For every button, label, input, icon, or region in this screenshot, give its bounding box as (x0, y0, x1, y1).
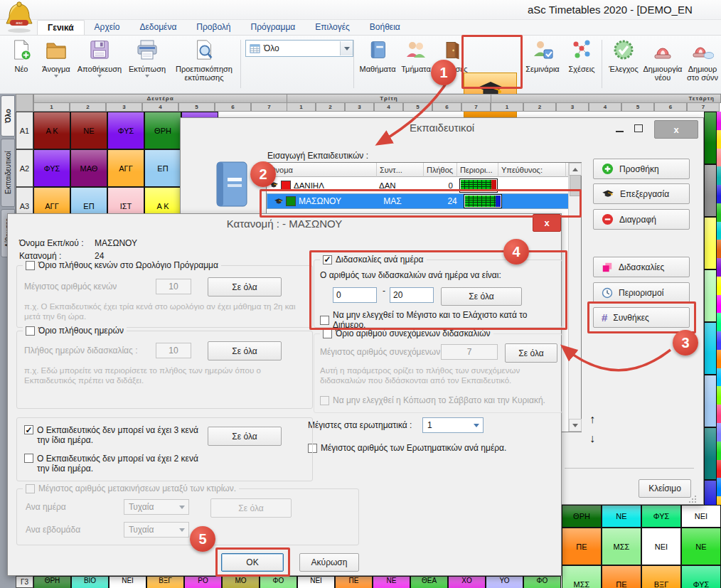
lesson-cell[interactable] (704, 322, 717, 375)
lesson-cell[interactable]: ΝΕΙ (109, 576, 146, 588)
generate-new-button[interactable]: Δημιουργία νέου (643, 38, 683, 82)
lesson-cell[interactable] (704, 217, 717, 269)
lesson-cell[interactable] (704, 164, 717, 217)
consecutive-limit-checkbox[interactable] (323, 329, 332, 338)
lesson-cell[interactable]: ΝΕ (70, 112, 107, 149)
lesson-cell[interactable]: ΜΑΘ (70, 149, 107, 187)
gaps-apply-all-button[interactable]: Σε όλα (208, 277, 282, 296)
resize-grip[interactable] (688, 493, 697, 506)
per-day-max-input[interactable] (390, 287, 434, 303)
lesson-cell[interactable]: ΦΟ (260, 576, 297, 588)
column-header-short[interactable]: Συντ... (377, 163, 424, 177)
lesson-cell[interactable]: ΧΟ (448, 576, 486, 588)
print-dropdown-icon[interactable] (145, 75, 149, 77)
delete-button[interactable]: Διαγραφή (593, 209, 690, 230)
lesson-cell[interactable]: ΝΕ (602, 505, 641, 528)
lesson-cell[interactable]: Α Κ (33, 112, 70, 149)
days-limit-checkbox[interactable] (26, 326, 35, 336)
lesson-cell[interactable]: ΝΕΙ (641, 528, 681, 565)
lessons-button[interactable]: Διδασκαλίες (593, 257, 690, 277)
days-apply-all-button[interactable]: Σε όλα (208, 341, 282, 360)
menu-tab-schedule[interactable]: Πρόγραμμα (241, 20, 306, 35)
column-header-restrictions[interactable]: Περιορι... (457, 163, 498, 177)
generate-cloud-button[interactable]: Δημιουρ στο σύνν (683, 38, 721, 82)
gaps-limit-checkbox[interactable] (26, 261, 35, 270)
lesson-cell[interactable]: ΦΥΣ (641, 505, 681, 528)
maximize-icon[interactable] (634, 124, 643, 132)
menu-tab-general[interactable]: Γενικά (37, 20, 85, 35)
per-day-min-input[interactable] (333, 287, 377, 303)
close-button[interactable]: x (654, 120, 698, 139)
lesson-cell[interactable]: ΘΕΑ (410, 576, 448, 588)
view-tab-all[interactable]: Όλο (1, 95, 15, 137)
lesson-cell[interactable]: ΜΟ (222, 576, 260, 588)
scroll-up-button[interactable] (569, 163, 582, 176)
consecutive-apply-all-button[interactable]: Σε όλα (505, 343, 557, 363)
open-button[interactable]: Άνοιγμα (37, 38, 75, 77)
table-scrollbar[interactable] (568, 163, 581, 432)
buildings-apply-all-button[interactable]: Σε όλα (210, 498, 292, 518)
seminars-button[interactable]: Σεμινάρια (522, 38, 563, 73)
conditions-button[interactable]: # Συνθήκες (593, 307, 690, 328)
subjects-button[interactable]: Μαθήματα (358, 38, 397, 73)
lesson-cell[interactable]: ΕΠ (144, 149, 181, 187)
teacher-row-masonou[interactable]: ΜΑΣΩΝΟΥ ΜΑΣ 24 (267, 193, 570, 209)
ignore-weekend-checkbox[interactable] (320, 396, 329, 405)
view-selector-dropdown-button[interactable] (340, 41, 353, 55)
cancel-button[interactable]: Ακύρωση (299, 553, 359, 572)
lesson-cell[interactable]: ΘΡΗ (562, 505, 602, 528)
ignore-double-period-checkbox[interactable] (320, 316, 329, 325)
lesson-cell[interactable]: ΦΥΣ (681, 565, 721, 588)
move-up-button[interactable]: ↑ (589, 413, 595, 426)
lesson-cell[interactable]: ΑΓΓ (107, 149, 144, 187)
per-day-select[interactable]: Τυχαία (124, 499, 189, 515)
menu-tab-data[interactable]: Δεδομένα (129, 20, 186, 35)
classes-button[interactable]: Τμήματα (398, 38, 434, 73)
save-button[interactable]: Αποθήκευση (75, 38, 124, 77)
lesson-cell[interactable] (704, 269, 717, 322)
check-button[interactable]: Έλεγχος (605, 38, 642, 73)
menu-tab-file[interactable]: Αρχείο (85, 20, 130, 35)
scroll-down-button[interactable] (569, 419, 582, 432)
teaching-days-input[interactable] (156, 343, 191, 358)
gaps3-apply-all-button[interactable]: Σε όλα (208, 427, 282, 446)
lesson-cell[interactable]: ΒΞΓ (146, 576, 184, 588)
add-button[interactable]: Προσθήκη (593, 159, 690, 179)
lesson-cell[interactable]: ΒΙΟ (71, 576, 109, 588)
buildings-checkbox[interactable] (26, 484, 35, 493)
move-down-button[interactable]: ↓ (589, 432, 595, 445)
menu-tab-options[interactable]: Επιλογές (305, 20, 360, 35)
close-button[interactable]: x (533, 214, 561, 232)
lesson-cell[interactable]: ΜΣΣ (562, 565, 602, 588)
print-button[interactable]: Εκτύπωση (125, 38, 169, 77)
lesson-cell[interactable]: ΝΕΙ (681, 505, 721, 528)
menu-tab-view[interactable]: Προβολή (186, 20, 240, 35)
print-preview-button[interactable]: Προεπισκόπηση εκτύπωσης (171, 38, 237, 82)
save-dropdown-icon[interactable] (97, 75, 102, 77)
per-day-apply-all-button[interactable]: Σε όλα (441, 287, 522, 306)
lesson-cell[interactable]: ΡΟ (184, 576, 222, 588)
view-tab-teachers[interactable]: Εκπαιδευτικοί (1, 139, 15, 207)
edit-button[interactable]: Επεξεργασία (593, 183, 690, 204)
ok-button[interactable]: OK (221, 553, 284, 572)
lesson-cell[interactable] (704, 112, 717, 164)
no-2-gaps-checkbox[interactable] (24, 454, 33, 463)
open-dropdown-icon[interactable] (54, 75, 58, 77)
max-question-select[interactable]: 1 (422, 417, 484, 433)
per-week-select[interactable]: Τυχαία (124, 522, 189, 538)
time-limits-button[interactable]: Περιορισμοί (593, 282, 690, 303)
lesson-cell[interactable]: ΦΟ (523, 576, 561, 588)
view-selector[interactable]: Όλο (245, 40, 353, 57)
lesson-cell[interactable]: ΒΞΓ (641, 565, 681, 588)
lessons-per-day-checkbox[interactable]: ✓ (323, 255, 332, 264)
close-list-button[interactable]: Κλείσιμο (639, 479, 691, 498)
relations-button[interactable]: Σχέσεις (565, 38, 599, 73)
lesson-cell[interactable]: ΝΕ (681, 528, 721, 565)
lesson-cell[interactable] (704, 427, 717, 480)
menu-tab-help[interactable]: Βοήθεια (360, 20, 410, 35)
lesson-cell[interactable]: ΠΕ (335, 576, 373, 588)
lesson-cell[interactable]: ΠΕ (602, 565, 641, 588)
lesson-cell[interactable]: ΠΕ (562, 528, 602, 565)
lesson-cell[interactable]: ΥΟ (486, 576, 523, 588)
column-header-count[interactable]: Πλήθος (424, 163, 457, 177)
